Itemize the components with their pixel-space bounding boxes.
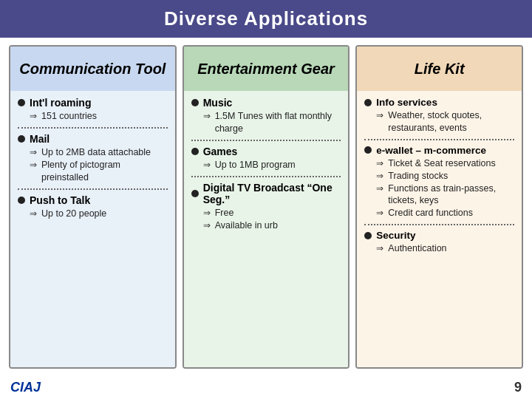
ewallet-sub2: ⇒ Trading stocks [364, 170, 514, 183]
arrow-icon: ⇒ [376, 207, 383, 219]
bullet-icon [18, 197, 25, 204]
page-number: 9 [514, 380, 522, 395]
mail-sub1: ⇒ Up to 2MB data attachable [18, 146, 168, 159]
bullet-icon [191, 190, 199, 197]
bullet-icon [18, 99, 25, 106]
section-music: Music ⇒ 1.5M Tunes with flat monthly cha… [191, 97, 341, 135]
communication-column: Communication Tool Int'l roaming ⇒ 151 c… [9, 45, 177, 369]
ewallet-sub4: ⇒ Credit card functions [364, 207, 514, 219]
arrow-icon: ⇒ [376, 242, 383, 254]
arrow-icon: ⇒ [203, 219, 211, 231]
section-info-services: Info services ⇒ Weather, stock quotes, r… [364, 97, 514, 134]
ciaj-logo-text: CIAJ [10, 380, 41, 395]
info-services-sub1: ⇒ Weather, stock quotes, restaurants, ev… [364, 109, 514, 134]
ewallet-sub1: ⇒ Ticket & Seat reservations [364, 157, 514, 170]
page-title: Diverse Applications [0, 0, 532, 38]
arrow-icon: ⇒ [376, 170, 383, 182]
divider6 [364, 224, 514, 225]
arrow-icon: ⇒ [203, 207, 211, 219]
divider2 [18, 188, 168, 190]
bullet-icon [18, 135, 25, 143]
security-sub1: ⇒ Authentication [364, 242, 514, 255]
intl-roaming-title: Int'l roaming [18, 97, 168, 109]
security-title: Security [364, 230, 514, 241]
ewallet-sub3: ⇒ Functions as train-passes, tickets, ke… [364, 183, 514, 208]
bullet-icon [191, 148, 199, 155]
divider5 [364, 139, 514, 140]
ewallet-title: e-wallet – m-commerce [364, 145, 514, 156]
arrow-icon: ⇒ [376, 157, 383, 169]
arrow-icon: ⇒ [376, 109, 383, 121]
entertainment-column: Entertainment Gear Music ⇒ 1.5M Tunes wi… [183, 45, 350, 369]
bullet-icon [191, 99, 199, 106]
section-intl-roaming: Int'l roaming ⇒ 151 countries [18, 97, 168, 123]
games-title: Games [191, 146, 341, 157]
lifekit-body: Info services ⇒ Weather, stock quotes, r… [357, 91, 522, 367]
music-title: Music [191, 97, 341, 109]
arrow-icon: ⇒ [30, 146, 37, 158]
ciaj-logo: CIAJ [10, 380, 41, 395]
bullet-icon [364, 232, 372, 239]
entertainment-header: Entertainment Gear [184, 47, 349, 91]
games-sub1: ⇒ Up to 1MB program [191, 159, 341, 171]
entertainment-body: Music ⇒ 1.5M Tunes with flat monthly cha… [184, 91, 349, 367]
bullet-icon [364, 146, 372, 154]
section-ewallet: e-wallet – m-commerce ⇒ Ticket & Seat re… [364, 145, 514, 219]
section-games: Games ⇒ Up to 1MB program [191, 146, 341, 171]
bullet-icon [364, 99, 372, 106]
arrow-icon: ⇒ [30, 159, 37, 171]
digital-tv-sub2: ⇒ Available in urb [191, 219, 341, 232]
mail-title: Mail [18, 133, 168, 145]
digital-tv-sub1: ⇒ Free [191, 207, 341, 219]
section-security: Security ⇒ Authentication [364, 230, 514, 255]
push-to-talk-title: Push to Talk [18, 194, 168, 206]
arrow-icon: ⇒ [203, 110, 211, 122]
music-sub1: ⇒ 1.5M Tunes with flat monthly charge [191, 110, 341, 135]
arrow-icon: ⇒ [203, 159, 211, 171]
digital-tv-title: Digital TV Broadcast “One Seg.” [191, 182, 341, 205]
footer: CIAJ 9 [0, 376, 532, 398]
mail-sub2: ⇒ Plenty of pictogram preinstalled [18, 159, 168, 184]
communication-header: Communication Tool [10, 47, 175, 91]
arrow-icon: ⇒ [30, 110, 37, 122]
section-push-to-talk: Push to Talk ⇒ Up to 20 people [18, 194, 168, 220]
push-to-talk-sub1: ⇒ Up to 20 people [18, 208, 168, 220]
divider1 [18, 127, 168, 129]
divider3 [191, 140, 341, 141]
section-mail: Mail ⇒ Up to 2MB data attachable ⇒ Plent… [18, 133, 168, 184]
arrow-icon: ⇒ [30, 208, 37, 219]
lifekit-column: Life Kit Info services ⇒ Weather, stock … [355, 45, 523, 369]
communication-body: Int'l roaming ⇒ 151 countries Mail ⇒ Up … [10, 91, 175, 367]
lifekit-header: Life Kit [357, 47, 522, 91]
info-services-title: Info services [364, 97, 514, 108]
divider4 [191, 176, 341, 177]
section-digital-tv: Digital TV Broadcast “One Seg.” ⇒ Free ⇒… [191, 182, 341, 232]
intl-roaming-sub1: ⇒ 151 countries [18, 110, 168, 123]
arrow-icon: ⇒ [376, 183, 383, 194]
